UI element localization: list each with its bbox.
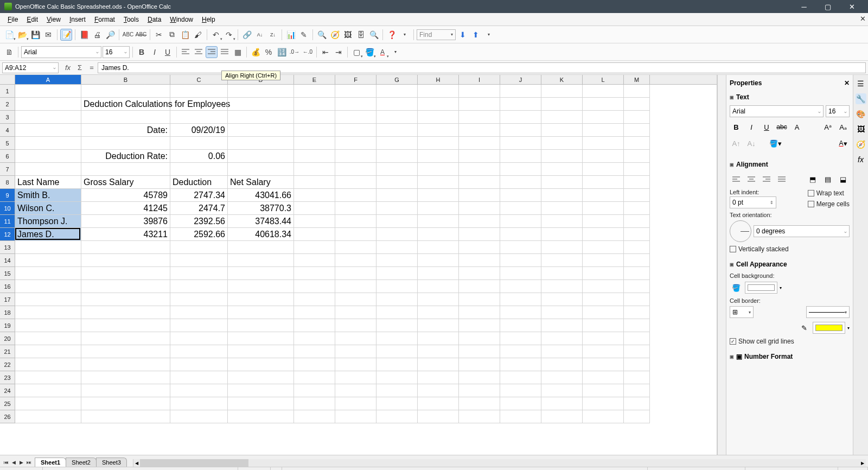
- cell-K24[interactable]: [541, 384, 583, 397]
- cell-B14[interactable]: [81, 254, 170, 267]
- cell-B5[interactable]: [81, 137, 170, 150]
- cell-A14[interactable]: [15, 254, 81, 267]
- cell-J8[interactable]: [500, 176, 541, 189]
- cell-appearance-section-header[interactable]: Cell Appearance: [729, 258, 851, 270]
- cell-M18[interactable]: [624, 306, 650, 319]
- cell-J1[interactable]: [500, 85, 541, 98]
- cell-H3[interactable]: [418, 111, 459, 124]
- cell-L13[interactable]: [583, 241, 624, 254]
- cell-G18[interactable]: [376, 306, 418, 319]
- cell-M15[interactable]: [624, 267, 650, 280]
- cell-D13[interactable]: [228, 241, 294, 254]
- cell-J6[interactable]: [500, 150, 541, 163]
- background-color-button[interactable]: 🪣: [363, 46, 375, 58]
- percent-button[interactable]: %: [263, 46, 275, 58]
- cell-G21[interactable]: [376, 345, 418, 358]
- cell-F25[interactable]: [335, 397, 376, 410]
- cell-F8[interactable]: [335, 176, 376, 189]
- cell-I1[interactable]: [459, 85, 500, 98]
- cell-B22[interactable]: [81, 358, 170, 371]
- underline-button[interactable]: U: [162, 46, 174, 58]
- cell-G20[interactable]: [376, 332, 418, 345]
- zoom-button[interactable]: 🔍: [368, 29, 380, 41]
- cell-J19[interactable]: [500, 319, 541, 332]
- cell-J5[interactable]: [500, 137, 541, 150]
- panel-bold-button[interactable]: B: [730, 120, 743, 134]
- cell-K8[interactable]: [541, 176, 583, 189]
- cell-B9[interactable]: 45789: [81, 189, 170, 202]
- cell-I5[interactable]: [459, 137, 500, 150]
- cell-I2[interactable]: [459, 98, 500, 111]
- cell-H10[interactable]: [418, 202, 459, 215]
- cell-C11[interactable]: 2392.56: [170, 215, 228, 228]
- cell-C6[interactable]: 0.06: [170, 150, 228, 163]
- function-button[interactable]: =: [86, 62, 98, 73]
- cell-M12[interactable]: [624, 228, 650, 241]
- cell-J25[interactable]: [500, 397, 541, 410]
- cell-F18[interactable]: [335, 306, 376, 319]
- cell-K18[interactable]: [541, 306, 583, 319]
- close-document-button[interactable]: ✕: [860, 15, 866, 23]
- col-header-L[interactable]: L: [583, 75, 624, 84]
- cell-H14[interactable]: [418, 254, 459, 267]
- cell-L22[interactable]: [583, 358, 624, 371]
- spellcheck-button[interactable]: ABC: [122, 29, 134, 41]
- cell-K23[interactable]: [541, 371, 583, 384]
- row-header-20[interactable]: 20: [0, 332, 15, 345]
- cell-E8[interactable]: [294, 176, 335, 189]
- sheet-tab-sheet3[interactable]: Sheet3: [96, 458, 127, 467]
- copy-button[interactable]: ⧉: [166, 29, 178, 41]
- cell-G3[interactable]: [376, 111, 418, 124]
- cell-E24[interactable]: [294, 384, 335, 397]
- cell-D9[interactable]: 43041.66: [228, 189, 294, 202]
- cell-L26[interactable]: [583, 410, 624, 423]
- data-sources-button[interactable]: 🗄: [355, 29, 367, 41]
- cell-H11[interactable]: [418, 215, 459, 228]
- cell-M7[interactable]: [624, 163, 650, 176]
- cell-A4[interactable]: [15, 124, 81, 137]
- cell-G15[interactable]: [376, 267, 418, 280]
- cell-D7[interactable]: [228, 163, 294, 176]
- cell-F15[interactable]: [335, 267, 376, 280]
- cell-M2[interactable]: [624, 98, 650, 111]
- cell-D12[interactable]: 40618.34: [228, 228, 294, 241]
- cell-E18[interactable]: [294, 306, 335, 319]
- paste-button[interactable]: 📋: [179, 29, 191, 41]
- cell-L16[interactable]: [583, 280, 624, 293]
- cell-A6[interactable]: [15, 150, 81, 163]
- row-header-12[interactable]: 12: [0, 228, 15, 241]
- panel-subscript-button[interactable]: Aₐ: [837, 120, 850, 134]
- row-header-10[interactable]: 10: [0, 202, 15, 215]
- cell-B19[interactable]: [81, 319, 170, 332]
- close-window-button[interactable]: ✕: [840, 0, 864, 13]
- show-draw-functions-button[interactable]: ✎: [298, 29, 310, 41]
- cell-K10[interactable]: [541, 202, 583, 215]
- menu-view[interactable]: View: [42, 15, 65, 24]
- cell-L20[interactable]: [583, 332, 624, 345]
- cell-G10[interactable]: [376, 202, 418, 215]
- cell-B26[interactable]: [81, 410, 170, 423]
- cell-L9[interactable]: [583, 189, 624, 202]
- cell-H1[interactable]: [418, 85, 459, 98]
- col-header-H[interactable]: H: [418, 75, 459, 84]
- panel-align-center[interactable]: [745, 173, 758, 186]
- format-paintbrush-button[interactable]: 🖌: [192, 29, 204, 41]
- cell-B1[interactable]: [81, 85, 170, 98]
- cell-J11[interactable]: [500, 215, 541, 228]
- minimize-button[interactable]: ─: [792, 0, 816, 13]
- cell-G14[interactable]: [376, 254, 418, 267]
- panel-underline-button[interactable]: U: [760, 120, 773, 134]
- cell-F19[interactable]: [335, 319, 376, 332]
- cell-B21[interactable]: [81, 345, 170, 358]
- menu-help[interactable]: Help: [197, 15, 220, 24]
- cell-L1[interactable]: [583, 85, 624, 98]
- edit-file-button[interactable]: 📝: [60, 29, 72, 41]
- cell-G7[interactable]: [376, 163, 418, 176]
- cell-K25[interactable]: [541, 397, 583, 410]
- borders-button[interactable]: ▢: [350, 46, 362, 58]
- cell-K20[interactable]: [541, 332, 583, 345]
- cell-B6[interactable]: Deduction Rate:: [81, 150, 170, 163]
- cell-G22[interactable]: [376, 358, 418, 371]
- cell-K1[interactable]: [541, 85, 583, 98]
- increase-indent-button[interactable]: ⇥: [333, 46, 344, 58]
